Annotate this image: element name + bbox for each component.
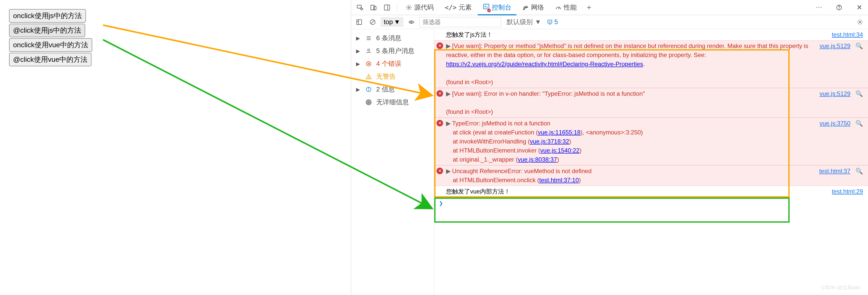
- stack-link[interactable]: vue.js:8038:37: [518, 156, 557, 163]
- btn-atclick-vue[interactable]: @click使用vue中的方法: [9, 53, 91, 66]
- help-icon[interactable]: [833, 1, 845, 14]
- sidebar-toggle-icon[interactable]: [353, 17, 365, 28]
- console-sidebar: ▶ 6 条消息 ▶ 5 条用户消息 ▶ 4 个错误: [351, 29, 434, 295]
- tab-performance[interactable]: 性能: [550, 0, 582, 15]
- sidebar-verbose-label: 无详细信息: [376, 98, 409, 106]
- watermark: CSDN @北风toto: [821, 284, 861, 291]
- code-icon: </>: [445, 4, 457, 11]
- log-row-error: ✕ ▶TypeError: jsMethod is not a function…: [434, 118, 868, 165]
- tab-console[interactable]: ✕ 控制台: [478, 0, 517, 15]
- svg-rect-0: [358, 5, 361, 8]
- log-row: 您触发了js方法！ test.html:34: [434, 29, 868, 40]
- search-icon[interactable]: 🔍: [856, 89, 863, 98]
- dock-icon[interactable]: [381, 1, 393, 14]
- tab-sources-label: 源代码: [414, 3, 434, 12]
- expand-toggle[interactable]: ▶: [446, 168, 451, 174]
- log-message: 您触发了js方法！: [446, 30, 829, 39]
- error-badge-icon: ✕: [436, 120, 443, 126]
- tab-elements[interactable]: </> 元素: [440, 0, 477, 15]
- sidebar-errors-label: 4 个错误: [376, 59, 401, 68]
- tab-performance-label: 性能: [564, 3, 577, 12]
- btn-atclick-js[interactable]: @click使用js中的方法: [9, 24, 85, 37]
- expand-toggle[interactable]: ▶: [446, 90, 451, 97]
- expand-arrow-icon: ▶: [356, 35, 361, 41]
- inspect-icon[interactable]: [353, 1, 366, 14]
- tab-elements-label: 元素: [459, 3, 472, 12]
- context-label: top: [384, 18, 393, 26]
- svg-rect-3: [384, 5, 390, 10]
- svg-point-21: [368, 49, 370, 51]
- search-icon[interactable]: 🔍: [856, 167, 863, 176]
- btn-onclick-js[interactable]: onclick使用js中的方法: [9, 9, 86, 23]
- user-icon: [365, 48, 373, 54]
- issues-badge[interactable]: 5: [547, 18, 558, 26]
- stack-link[interactable]: vue.js:11655:18: [538, 129, 580, 136]
- svg-point-10: [839, 8, 839, 9]
- console-prompt[interactable]: ❯: [434, 197, 868, 209]
- doc-link[interactable]: https://v2.vuejs.org/v2/guide/reactivity…: [446, 61, 643, 67]
- error-badge-icon: ✕: [436, 42, 443, 49]
- svg-point-26: [368, 78, 369, 78]
- sidebar-verbose[interactable]: 无详细信息: [351, 96, 434, 108]
- log-source-link[interactable]: test.html:29: [832, 187, 863, 196]
- log-level-label: 默认级别: [507, 18, 533, 26]
- more-icon[interactable]: ⋯: [813, 1, 825, 14]
- error-icon: [365, 61, 373, 67]
- console-log-area[interactable]: 您触发了js方法！ test.html:34 ✕ ▶[Vue warn]: Pr…: [434, 29, 868, 295]
- expand-arrow-icon: ▶: [356, 48, 361, 54]
- log-source-link[interactable]: vue.js:5129: [819, 41, 850, 51]
- console-settings-icon[interactable]: [855, 17, 866, 28]
- search-icon[interactable]: 🔍: [856, 119, 863, 128]
- issues-count: 5: [554, 18, 558, 26]
- log-row-error: ✕ ▶Uncaught ReferenceError: vueMethod is…: [434, 165, 868, 186]
- demo-buttons: onclick使用js中的方法 @click使用js中的方法 onclick使用…: [9, 9, 92, 67]
- tab-sources[interactable]: 源代码: [401, 0, 439, 15]
- sidebar-messages[interactable]: ▶ 6 条消息: [351, 32, 434, 44]
- log-message: ▶[Vue warn]: Error in v-on handler: "Typ…: [446, 89, 816, 116]
- sidebar-warnings-label: 无警告: [376, 72, 396, 81]
- svg-rect-6: [484, 4, 489, 9]
- tab-network[interactable]: 网络: [518, 0, 549, 15]
- log-source-link[interactable]: vue.js:3750: [819, 119, 850, 128]
- svg-point-30: [368, 102, 369, 103]
- log-message: ▶TypeError: jsMethod is not a function a…: [446, 119, 816, 164]
- svg-point-5: [408, 6, 410, 8]
- svg-point-15: [411, 21, 412, 23]
- info-icon: [365, 87, 373, 93]
- tab-network-label: 网络: [531, 3, 544, 12]
- console-main: ▶ 6 条消息 ▶ 5 条用户消息 ▶ 4 个错误: [351, 29, 868, 295]
- context-select[interactable]: top ▼: [381, 17, 403, 27]
- sidebar-info-label: 2 信息: [376, 85, 395, 94]
- add-tab-icon[interactable]: +: [583, 1, 595, 14]
- log-source-link[interactable]: test.html:37: [819, 167, 850, 176]
- stack-link[interactable]: test.html:37:10: [539, 177, 579, 184]
- filter-input[interactable]: [420, 17, 501, 27]
- log-source-link[interactable]: test.html:34: [832, 30, 863, 39]
- svg-point-7: [524, 9, 524, 9]
- btn-onclick-vue[interactable]: onclick使用vue中的方法: [9, 38, 92, 52]
- log-source-link[interactable]: vue.js:5129: [819, 89, 850, 98]
- expand-toggle[interactable]: ▶: [446, 120, 451, 127]
- close-devtools-icon[interactable]: ✕: [853, 1, 866, 14]
- svg-line-14: [371, 20, 374, 24]
- clear-console-icon[interactable]: [367, 17, 378, 28]
- live-expression-icon[interactable]: [406, 17, 417, 28]
- svg-point-17: [859, 21, 861, 23]
- sidebar-warnings[interactable]: 无警告: [351, 70, 434, 83]
- sidebar-info[interactable]: ▶ 2 信息: [351, 83, 434, 96]
- svg-point-31: [367, 101, 370, 104]
- console-filter-bar: top ▼ 默认级别 ▼ 5: [351, 15, 868, 29]
- log-level-select[interactable]: 默认级别 ▼: [504, 17, 544, 27]
- device-toggle-icon[interactable]: [367, 1, 380, 14]
- sidebar-user-messages[interactable]: ▶ 5 条用户消息: [351, 44, 434, 57]
- expand-arrow-icon: ▶: [356, 87, 361, 93]
- sidebar-messages-label: 6 条消息: [376, 34, 401, 42]
- stack-link[interactable]: vue.js:3718:32: [530, 138, 569, 145]
- chevron-down-icon: ▼: [535, 18, 541, 26]
- log-message: 您触发了vue内部方法！: [446, 187, 829, 196]
- search-icon[interactable]: 🔍: [856, 41, 863, 51]
- list-icon: [365, 35, 373, 41]
- sidebar-errors[interactable]: ▶ 4 个错误: [351, 57, 434, 70]
- expand-toggle[interactable]: ▶: [446, 42, 451, 49]
- stack-link[interactable]: vue.js:1540:22: [540, 147, 580, 154]
